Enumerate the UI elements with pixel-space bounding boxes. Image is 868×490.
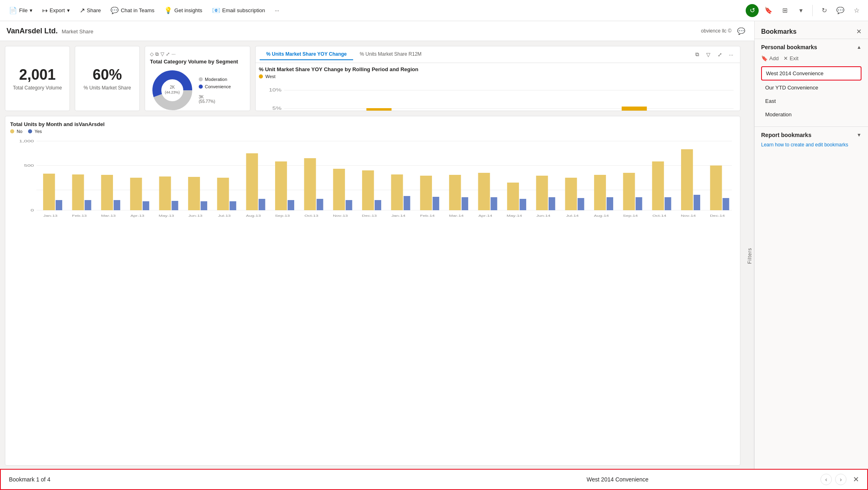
export-button[interactable]: ↦ Export ▾: [38, 4, 74, 17]
donut-legend: Moderation Convenience 3K(55.77%): [199, 77, 231, 104]
bookmark-item-ytd[interactable]: Our YTD Convenience: [761, 81, 861, 94]
sidebar-close-btn[interactable]: ✕: [856, 28, 861, 35]
expand-icon[interactable]: ⤢: [166, 51, 170, 57]
report-header-right: obvience llc © 💬: [701, 24, 748, 37]
svg-text:Apr-14: Apr-14: [478, 214, 492, 217]
more-chart-btn[interactable]: ···: [726, 50, 736, 59]
chat-in-teams-label: Chat in Teams: [121, 7, 154, 13]
svg-rect-57: [159, 176, 171, 210]
report-bookmarks-arrow: ▼: [857, 132, 861, 138]
svg-text:1,000: 1,000: [19, 139, 34, 143]
bookmarks-title: Bookmarks: [761, 28, 796, 35]
copy-icon[interactable]: ⧉: [155, 51, 159, 57]
exit-bookmark-button[interactable]: ✕ Exit: [783, 55, 799, 61]
bookmark-item-west[interactable]: West 2014 Convenience: [761, 66, 861, 81]
svg-rect-73: [317, 199, 323, 210]
toolbar: 📄 File ▾ ↦ Export ▾ ↗ Share 💬 Chat in Te…: [0, 0, 868, 21]
more-button[interactable]: ···: [271, 5, 283, 16]
tab-yoy[interactable]: % Units Market Share YOY Change: [260, 49, 353, 60]
west-label: West: [265, 74, 276, 79]
moderation-label: Moderation: [205, 77, 227, 82]
layout-chevron-button[interactable]: ▾: [794, 4, 807, 17]
chart-actions: ⧉ ▽ ⤢ ···: [692, 50, 736, 59]
filters-tab[interactable]: Filters: [745, 41, 754, 470]
convenience-label: Convenience: [205, 84, 231, 89]
copyright-text: obvience llc ©: [701, 28, 731, 34]
monthly-legend: No Yes: [10, 129, 735, 134]
file-icon: 📄: [9, 7, 17, 14]
tab-r12m[interactable]: % Units Market Share R12M: [353, 49, 428, 60]
expand-chart-btn[interactable]: ⤢: [715, 50, 725, 59]
insights-icon: 💡: [164, 7, 172, 14]
main-layout: VanArsdel Ltd. Market Share obvience llc…: [0, 21, 868, 470]
svg-rect-106: [636, 197, 642, 210]
user-avatar[interactable]: ↺: [746, 4, 759, 17]
add-bookmark-button[interactable]: 🔖 Add: [761, 55, 779, 61]
svg-text:Sep-14: Sep-14: [623, 214, 638, 217]
learn-link[interactable]: Learn how to create and edit bookmarks: [761, 142, 848, 148]
svg-rect-55: [143, 201, 149, 210]
svg-text:Sep-13: Sep-13: [275, 214, 290, 217]
get-insights-button[interactable]: 💡 Get insights: [160, 4, 206, 17]
yoy-legend: West: [259, 74, 737, 79]
west-dot: [259, 74, 263, 78]
svg-text:Jan-13: Jan-13: [43, 214, 58, 217]
svg-text:Nov-14: Nov-14: [681, 214, 696, 217]
bottom-bar-wrapper: Bookmark 1 of 4 West 2014 Convenience ‹ …: [0, 469, 868, 470]
report-bookmarks-title[interactable]: Report bookmarks ▼: [761, 132, 861, 138]
email-subscription-button[interactable]: 📧 Email subscription: [208, 4, 269, 17]
svg-text:Jul-13: Jul-13: [218, 214, 231, 217]
report-bookmarks-text: Report bookmarks: [761, 132, 812, 138]
bookmark-item-moderation[interactable]: Moderation: [761, 108, 861, 121]
file-button[interactable]: 📄 File ▾: [5, 4, 37, 17]
report-area: VanArsdel Ltd. Market Share obvience llc…: [0, 21, 754, 470]
layout-icon-button[interactable]: ⊞: [778, 4, 791, 17]
svg-rect-93: [507, 183, 519, 210]
more-icon[interactable]: ···: [171, 51, 176, 57]
filter-icon[interactable]: ▽: [161, 51, 164, 57]
svg-rect-49: [85, 200, 91, 210]
exit-label: Exit: [790, 55, 799, 61]
svg-rect-45: [43, 174, 55, 210]
kpi-label-2: % Units Market Share: [84, 85, 131, 91]
comment-report-button[interactable]: 💬: [735, 24, 748, 37]
report-bookmarks-section: Report bookmarks ▼ Learn how to create a…: [755, 126, 868, 152]
svg-rect-81: [391, 174, 403, 210]
svg-rect-99: [565, 178, 577, 210]
refresh-button[interactable]: ↻: [818, 4, 831, 17]
bookmark-label-west: West 2014 Convenience: [766, 70, 823, 76]
svg-rect-66: [246, 153, 258, 210]
filter-chart-btn[interactable]: ▽: [703, 50, 713, 59]
legend-convenience: Convenience: [199, 84, 231, 89]
svg-rect-105: [623, 173, 635, 210]
svg-rect-79: [375, 200, 381, 210]
star-button[interactable]: ☆: [850, 4, 863, 17]
focus-icon[interactable]: ◇: [150, 51, 154, 57]
svg-text:May-13: May-13: [158, 214, 174, 217]
svg-text:Dec-14: Dec-14: [710, 214, 725, 217]
bookmark-item-east[interactable]: East: [761, 95, 861, 107]
svg-text:Apr-13: Apr-13: [130, 214, 144, 217]
personal-bookmarks-title[interactable]: Personal bookmarks ▲: [761, 44, 861, 50]
toolbar-divider: [812, 5, 813, 16]
svg-text:Aug-13: Aug-13: [246, 214, 261, 217]
bookmark-label-ytd: Our YTD Convenience: [765, 85, 818, 91]
svg-rect-91: [490, 197, 497, 210]
get-insights-label: Get insights: [174, 7, 202, 13]
copy-chart-btn[interactable]: ⧉: [692, 50, 702, 59]
donut-chart: 2K (44.23%): [150, 68, 199, 113]
share-button[interactable]: ↗ Share: [76, 4, 105, 17]
kpi-market-share: 60% % Units Market Share: [75, 46, 140, 111]
bottom-bar: Bookmark 1 of 4 West 2014 Convenience ‹ …: [1, 470, 867, 470]
chat-in-teams-button[interactable]: 💬 Chat in Teams: [106, 4, 158, 17]
bookmark-icon-button[interactable]: 🔖: [762, 4, 775, 17]
personal-collapse-arrow: ▲: [857, 44, 861, 50]
export-label: Export: [50, 7, 65, 13]
moderation-dot: [199, 77, 203, 81]
comment-button[interactable]: 💬: [834, 4, 847, 17]
segment-donut-card: ◇ ⧉ ▽ ⤢ ··· Total Category Volume by Seg…: [145, 46, 250, 111]
email-icon: 📧: [212, 7, 220, 14]
svg-rect-88: [462, 197, 468, 210]
top-row: 2,001 Total Category Volume 60% % Units …: [5, 46, 740, 111]
svg-text:Jul-14: Jul-14: [566, 214, 579, 217]
